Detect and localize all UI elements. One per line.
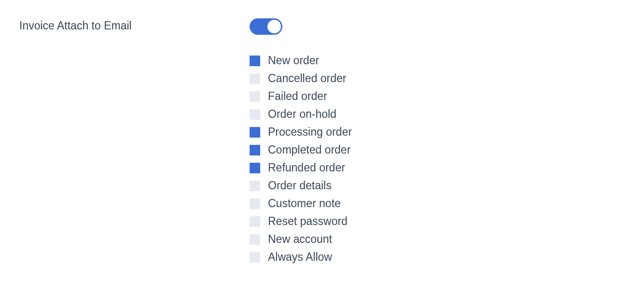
checkbox bbox=[250, 109, 260, 120]
checkbox-label: New account bbox=[268, 234, 332, 245]
invoice-attach-setting-row: Invoice Attach to Email New order Cancel… bbox=[19, 19, 625, 263]
checkbox bbox=[250, 252, 260, 263]
checkbox-label: Always Allow bbox=[268, 252, 332, 263]
checkbox bbox=[250, 181, 260, 191]
checkbox-item-customer-note[interactable]: Customer note bbox=[250, 198, 352, 209]
checkbox-item-failed-order[interactable]: Failed order bbox=[250, 91, 352, 102]
checkbox-label: Customer note bbox=[268, 198, 341, 209]
checkbox-label: Processing order bbox=[268, 127, 352, 138]
invoice-attach-label: Invoice Attach to Email bbox=[19, 19, 250, 33]
checkbox-item-completed-order[interactable]: Completed order bbox=[250, 144, 352, 155]
checkbox-item-cancelled-order[interactable]: Cancelled order bbox=[250, 73, 352, 84]
checkbox-item-refunded-order[interactable]: Refunded order bbox=[250, 162, 352, 173]
checkbox-label: Order details bbox=[268, 180, 332, 191]
invoice-attach-options-list: New order Cancelled order Failed order O… bbox=[250, 55, 352, 263]
invoice-attach-control: New order Cancelled order Failed order O… bbox=[250, 19, 352, 263]
checkbox-label: Failed order bbox=[268, 91, 327, 102]
checkbox-label: Completed order bbox=[268, 144, 350, 155]
checkbox bbox=[250, 216, 260, 227]
checkbox bbox=[250, 145, 260, 155]
checkbox-label: Cancelled order bbox=[268, 73, 346, 84]
invoice-attach-toggle[interactable] bbox=[250, 18, 282, 35]
checkbox-label: Refunded order bbox=[268, 162, 345, 173]
checkbox-item-order-details[interactable]: Order details bbox=[250, 180, 352, 191]
checkbox bbox=[250, 163, 260, 173]
checkbox-item-new-order[interactable]: New order bbox=[250, 55, 352, 66]
checkbox-item-new-account[interactable]: New account bbox=[250, 234, 352, 245]
checkbox bbox=[250, 127, 260, 138]
checkbox bbox=[250, 91, 260, 102]
checkbox-label: New order bbox=[268, 55, 319, 66]
checkbox bbox=[250, 56, 260, 66]
checkbox-item-order-on-hold[interactable]: Order on-hold bbox=[250, 109, 352, 120]
checkbox bbox=[250, 73, 260, 84]
checkbox-item-processing-order[interactable]: Processing order bbox=[250, 127, 352, 138]
checkbox bbox=[250, 234, 260, 245]
checkbox-item-always-allow[interactable]: Always Allow bbox=[250, 252, 352, 263]
checkbox-label: Reset password bbox=[268, 216, 348, 227]
checkbox-label: Order on-hold bbox=[268, 109, 336, 120]
checkbox-item-reset-password[interactable]: Reset password bbox=[250, 216, 352, 227]
checkbox bbox=[250, 198, 260, 209]
toggle-knob bbox=[267, 20, 281, 33]
